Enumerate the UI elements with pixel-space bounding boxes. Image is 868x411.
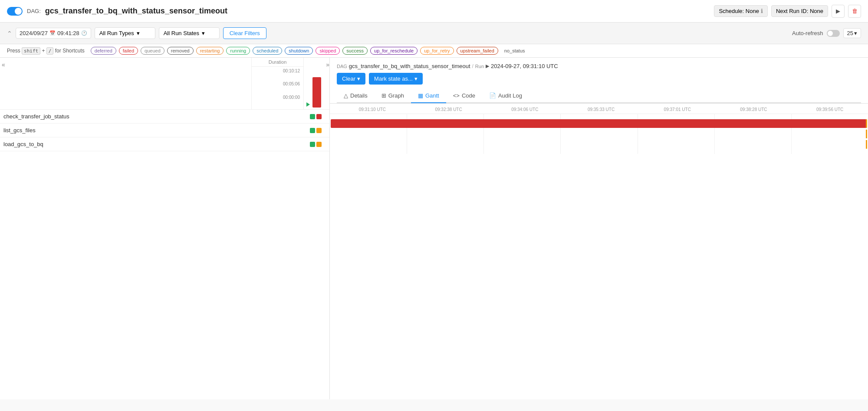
duration-header: Duration <box>252 58 303 67</box>
gantt-bar-list-gcs <box>331 130 867 138</box>
badge-failed[interactable]: failed <box>119 47 138 55</box>
auto-refresh-toggle[interactable] <box>827 30 840 37</box>
badge-restarting[interactable]: restarting <box>196 47 224 55</box>
badge-skipped[interactable]: skipped <box>316 47 340 55</box>
tab-code[interactable]: <> Code <box>446 89 482 103</box>
task-name-3: load_gcs_to_bq <box>3 141 310 147</box>
run-states-dropdown[interactable]: All Run States ▾ <box>159 27 220 39</box>
dag-toggle[interactable] <box>7 7 23 16</box>
tab-gantt[interactable]: ▦ Gantt <box>411 89 446 103</box>
details-label: Details <box>350 92 368 99</box>
task-row[interactable]: list_gcs_files <box>0 124 329 137</box>
badge-shutdown[interactable]: shutdown <box>285 47 313 55</box>
chevron-down-icon-2: ▾ <box>202 30 205 36</box>
breadcrumb-run-label: Run <box>475 64 484 69</box>
duration-time-2: 00:05:06 <box>283 82 300 86</box>
date-value: 2024/09/27 <box>20 30 48 36</box>
slash-key: / <box>46 47 54 55</box>
breadcrumb-dag-label: DAG <box>337 64 347 69</box>
gantt-chart-area: 09:31:10 UTC 09:32:38 UTC 09:34:06 UTC 0… <box>330 104 868 399</box>
task-indicators-3 <box>310 142 322 147</box>
badge-scheduled[interactable]: scheduled <box>253 47 282 55</box>
run-types-dropdown[interactable]: All Run Types ▾ <box>95 27 155 39</box>
badge-deferred[interactable]: deferred <box>91 47 116 55</box>
collapse-left-button[interactable]: « <box>2 61 5 68</box>
duration-time-3: 00:00:00 <box>283 95 300 100</box>
badge-no-status[interactable]: no_status <box>501 47 529 54</box>
badge-removed[interactable]: removed <box>167 47 194 55</box>
task-row[interactable]: load_gcs_to_bq <box>0 137 329 151</box>
badge-upstream-failed[interactable]: upstream_failed <box>457 47 498 55</box>
clock-icon: 🕐 <box>81 30 87 36</box>
indicator-green-3 <box>310 142 315 147</box>
dag-title-area: DAG: gcs_transfer_to_bq_with_status_sens… <box>7 7 227 16</box>
tab-details[interactable]: △ Details <box>337 89 375 103</box>
action-buttons: Clear ▾ Mark state as... ▾ <box>337 73 861 85</box>
code-icon: <> <box>453 92 460 99</box>
gantt-bar-check-transfer <box>331 119 867 128</box>
badge-up-reschedule[interactable]: up_for_reschedule <box>370 47 418 55</box>
delete-icon: 🗑 <box>852 8 858 14</box>
task-list: check_transfer_job_status list_gcs_files <box>0 110 329 399</box>
schedule-button[interactable]: Schedule: None ℹ <box>714 5 768 17</box>
calendar-icon: 📅 <box>49 30 56 36</box>
chevron-down-icon: ▾ <box>137 30 140 36</box>
gantt-time-2: 09:32:38 UTC <box>411 107 487 112</box>
chevron-down-icon-clear: ▾ <box>357 75 360 82</box>
tab-graph[interactable]: ⊞ Graph <box>375 89 411 103</box>
gantt-bar-orange-end-2 <box>866 130 867 138</box>
gantt-bar-orange-end-1 <box>866 119 867 128</box>
badge-success[interactable]: success <box>342 47 368 55</box>
next-run-button[interactable]: Next Run ID: None <box>771 5 828 17</box>
badge-running[interactable]: running <box>226 47 250 55</box>
gantt-bar-load-gcs <box>331 140 867 149</box>
play-button[interactable]: ▶ <box>832 5 845 18</box>
code-label: Code <box>462 92 475 99</box>
mark-state-label: Mark state as... <box>374 75 413 82</box>
dag-label: DAG: <box>27 8 41 14</box>
badge-queued[interactable]: queued <box>141 47 164 55</box>
run-types-label: All Run Types <box>99 30 134 36</box>
expand-right-button[interactable]: » <box>326 61 329 68</box>
main-content: « Duration 00:10:12 00:05:06 00:00:00 <box>0 58 868 399</box>
shortcuts-hint: Press shift + / for Shortcuts <box>7 48 85 54</box>
clear-label: Clear <box>342 75 355 82</box>
breadcrumb-separator: / <box>472 63 473 69</box>
clear-filters-label: Clear Filters <box>230 30 260 36</box>
auto-refresh-label: Auto-refresh <box>792 30 823 36</box>
filter-bar: ⌃ 2024/09/27 📅 09:41:28 🕐 All Run Types … <box>0 23 868 44</box>
gantt-bars-area <box>330 114 868 154</box>
refresh-number-select[interactable]: 25 ▾ <box>843 28 861 38</box>
duration-times: 00:10:12 00:05:06 00:00:00 <box>252 67 303 101</box>
tab-audit-log[interactable]: 📄 Audit Log <box>482 89 529 103</box>
gantt-label: Gantt <box>425 92 439 99</box>
details-icon: △ <box>344 92 348 99</box>
collapse-button[interactable]: ⌃ <box>7 30 12 37</box>
breadcrumb-run-value: 2024-09-27, 09:31:10 UTC <box>491 63 558 69</box>
gantt-time-4: 09:35:33 UTC <box>563 107 639 112</box>
clear-dropdown-button[interactable]: Clear ▾ <box>337 73 365 85</box>
duration-panel: Duration 00:10:12 00:05:06 00:00:00 <box>251 58 303 109</box>
task-indicators-2 <box>310 128 322 133</box>
task-name-1: check_transfer_job_status <box>3 113 310 120</box>
clear-filters-button[interactable]: Clear Filters <box>223 27 266 39</box>
play-icon: ▶ <box>836 8 840 14</box>
date-input[interactable]: 2024/09/27 📅 09:41:28 🕐 <box>16 28 91 39</box>
graph-label: Graph <box>388 92 404 99</box>
duration-time-1: 00:10:12 <box>283 68 300 73</box>
mark-state-button[interactable]: Mark state as... ▾ <box>369 73 423 85</box>
task-indicators-1 <box>310 114 322 119</box>
gantt-time-5: 09:37:01 UTC <box>639 107 716 112</box>
audit-log-icon: 📄 <box>489 92 496 99</box>
right-panel-header: DAG gcs_transfer_to_bq_with_status_senso… <box>330 58 868 104</box>
task-row[interactable]: check_transfer_job_status <box>0 110 329 124</box>
breadcrumb-run-icon: ▶ <box>486 63 489 69</box>
indicator-red-1 <box>316 114 322 119</box>
shift-key: shift <box>22 47 40 55</box>
gantt-time-1: 09:31:10 UTC <box>330 107 411 112</box>
badge-up-retry[interactable]: up_for_retry <box>420 47 454 55</box>
delete-button[interactable]: 🗑 <box>848 5 861 18</box>
refresh-number: 25 <box>847 30 853 36</box>
next-run-label: Next Run ID: None <box>776 8 823 14</box>
main-gantt-bar <box>312 77 321 108</box>
